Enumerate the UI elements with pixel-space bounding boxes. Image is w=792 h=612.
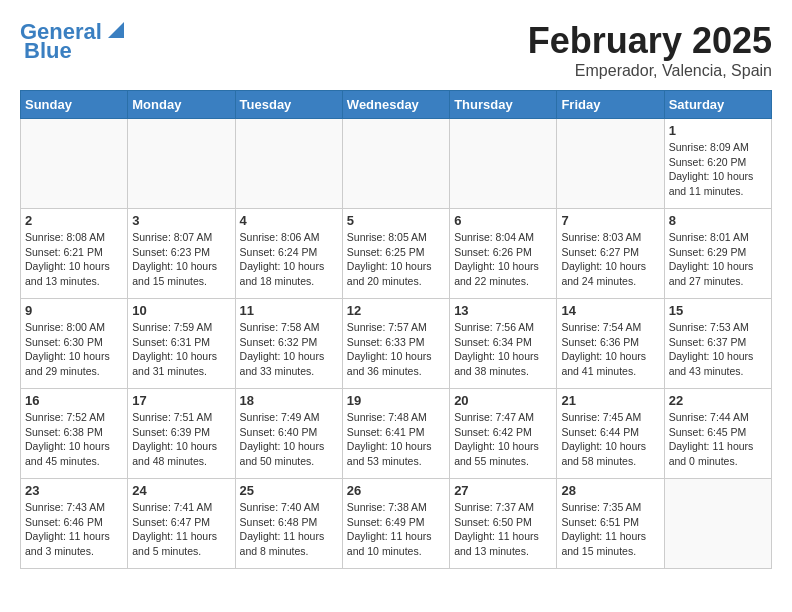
day-info: Sunrise: 7:44 AM Sunset: 6:45 PM Dayligh… — [669, 410, 767, 469]
day-number: 26 — [347, 483, 445, 498]
day-info: Sunrise: 8:03 AM Sunset: 6:27 PM Dayligh… — [561, 230, 659, 289]
calendar-cell: 12Sunrise: 7:57 AM Sunset: 6:33 PM Dayli… — [342, 299, 449, 389]
day-info: Sunrise: 8:07 AM Sunset: 6:23 PM Dayligh… — [132, 230, 230, 289]
day-number: 18 — [240, 393, 338, 408]
day-number: 5 — [347, 213, 445, 228]
weekday-header-row: SundayMondayTuesdayWednesdayThursdayFrid… — [21, 91, 772, 119]
calendar-cell: 10Sunrise: 7:59 AM Sunset: 6:31 PM Dayli… — [128, 299, 235, 389]
day-number: 7 — [561, 213, 659, 228]
weekday-header-wednesday: Wednesday — [342, 91, 449, 119]
calendar-cell: 21Sunrise: 7:45 AM Sunset: 6:44 PM Dayli… — [557, 389, 664, 479]
day-number: 15 — [669, 303, 767, 318]
calendar-cell: 6Sunrise: 8:04 AM Sunset: 6:26 PM Daylig… — [450, 209, 557, 299]
calendar-cell: 13Sunrise: 7:56 AM Sunset: 6:34 PM Dayli… — [450, 299, 557, 389]
calendar-cell: 8Sunrise: 8:01 AM Sunset: 6:29 PM Daylig… — [664, 209, 771, 299]
day-info: Sunrise: 7:53 AM Sunset: 6:37 PM Dayligh… — [669, 320, 767, 379]
svg-marker-0 — [108, 22, 124, 38]
calendar-table: SundayMondayTuesdayWednesdayThursdayFrid… — [20, 90, 772, 569]
day-info: Sunrise: 8:06 AM Sunset: 6:24 PM Dayligh… — [240, 230, 338, 289]
day-info: Sunrise: 8:05 AM Sunset: 6:25 PM Dayligh… — [347, 230, 445, 289]
calendar-cell: 25Sunrise: 7:40 AM Sunset: 6:48 PM Dayli… — [235, 479, 342, 569]
calendar-cell: 4Sunrise: 8:06 AM Sunset: 6:24 PM Daylig… — [235, 209, 342, 299]
day-info: Sunrise: 7:57 AM Sunset: 6:33 PM Dayligh… — [347, 320, 445, 379]
day-info: Sunrise: 7:40 AM Sunset: 6:48 PM Dayligh… — [240, 500, 338, 559]
day-number: 28 — [561, 483, 659, 498]
calendar-cell — [664, 479, 771, 569]
day-number: 16 — [25, 393, 123, 408]
day-info: Sunrise: 8:00 AM Sunset: 6:30 PM Dayligh… — [25, 320, 123, 379]
day-info: Sunrise: 8:09 AM Sunset: 6:20 PM Dayligh… — [669, 140, 767, 199]
calendar-header: SundayMondayTuesdayWednesdayThursdayFrid… — [21, 91, 772, 119]
calendar-cell — [557, 119, 664, 209]
day-info: Sunrise: 7:59 AM Sunset: 6:31 PM Dayligh… — [132, 320, 230, 379]
calendar-cell — [235, 119, 342, 209]
calendar-cell: 1Sunrise: 8:09 AM Sunset: 6:20 PM Daylig… — [664, 119, 771, 209]
day-number: 11 — [240, 303, 338, 318]
calendar-cell: 22Sunrise: 7:44 AM Sunset: 6:45 PM Dayli… — [664, 389, 771, 479]
weekday-header-sunday: Sunday — [21, 91, 128, 119]
day-info: Sunrise: 8:01 AM Sunset: 6:29 PM Dayligh… — [669, 230, 767, 289]
calendar-cell: 14Sunrise: 7:54 AM Sunset: 6:36 PM Dayli… — [557, 299, 664, 389]
calendar-cell: 11Sunrise: 7:58 AM Sunset: 6:32 PM Dayli… — [235, 299, 342, 389]
calendar-cell: 20Sunrise: 7:47 AM Sunset: 6:42 PM Dayli… — [450, 389, 557, 479]
weekday-header-monday: Monday — [128, 91, 235, 119]
calendar-cell — [21, 119, 128, 209]
calendar-week-1: 2Sunrise: 8:08 AM Sunset: 6:21 PM Daylig… — [21, 209, 772, 299]
day-number: 22 — [669, 393, 767, 408]
calendar-cell — [128, 119, 235, 209]
calendar-week-4: 23Sunrise: 7:43 AM Sunset: 6:46 PM Dayli… — [21, 479, 772, 569]
calendar-cell: 28Sunrise: 7:35 AM Sunset: 6:51 PM Dayli… — [557, 479, 664, 569]
day-number: 27 — [454, 483, 552, 498]
day-info: Sunrise: 7:43 AM Sunset: 6:46 PM Dayligh… — [25, 500, 123, 559]
day-number: 23 — [25, 483, 123, 498]
day-number: 14 — [561, 303, 659, 318]
calendar-cell: 5Sunrise: 8:05 AM Sunset: 6:25 PM Daylig… — [342, 209, 449, 299]
calendar-cell: 17Sunrise: 7:51 AM Sunset: 6:39 PM Dayli… — [128, 389, 235, 479]
location: Emperador, Valencia, Spain — [528, 62, 772, 80]
page-header: General Blue February 2025 Emperador, Va… — [20, 20, 772, 80]
day-info: Sunrise: 7:52 AM Sunset: 6:38 PM Dayligh… — [25, 410, 123, 469]
calendar-body: 1Sunrise: 8:09 AM Sunset: 6:20 PM Daylig… — [21, 119, 772, 569]
calendar-cell: 7Sunrise: 8:03 AM Sunset: 6:27 PM Daylig… — [557, 209, 664, 299]
day-number: 2 — [25, 213, 123, 228]
calendar-cell — [342, 119, 449, 209]
day-number: 25 — [240, 483, 338, 498]
logo-blue-text: Blue — [24, 38, 72, 63]
day-info: Sunrise: 7:47 AM Sunset: 6:42 PM Dayligh… — [454, 410, 552, 469]
day-info: Sunrise: 7:48 AM Sunset: 6:41 PM Dayligh… — [347, 410, 445, 469]
logo: General Blue — [20, 20, 124, 62]
day-number: 6 — [454, 213, 552, 228]
day-info: Sunrise: 7:51 AM Sunset: 6:39 PM Dayligh… — [132, 410, 230, 469]
day-info: Sunrise: 7:37 AM Sunset: 6:50 PM Dayligh… — [454, 500, 552, 559]
day-info: Sunrise: 8:04 AM Sunset: 6:26 PM Dayligh… — [454, 230, 552, 289]
calendar-cell: 24Sunrise: 7:41 AM Sunset: 6:47 PM Dayli… — [128, 479, 235, 569]
day-number: 4 — [240, 213, 338, 228]
day-number: 19 — [347, 393, 445, 408]
calendar-cell: 2Sunrise: 8:08 AM Sunset: 6:21 PM Daylig… — [21, 209, 128, 299]
calendar-cell: 19Sunrise: 7:48 AM Sunset: 6:41 PM Dayli… — [342, 389, 449, 479]
weekday-header-thursday: Thursday — [450, 91, 557, 119]
day-info: Sunrise: 7:38 AM Sunset: 6:49 PM Dayligh… — [347, 500, 445, 559]
calendar-cell: 16Sunrise: 7:52 AM Sunset: 6:38 PM Dayli… — [21, 389, 128, 479]
day-info: Sunrise: 7:45 AM Sunset: 6:44 PM Dayligh… — [561, 410, 659, 469]
day-number: 1 — [669, 123, 767, 138]
day-number: 24 — [132, 483, 230, 498]
day-number: 8 — [669, 213, 767, 228]
calendar-cell: 15Sunrise: 7:53 AM Sunset: 6:37 PM Dayli… — [664, 299, 771, 389]
calendar-cell: 26Sunrise: 7:38 AM Sunset: 6:49 PM Dayli… — [342, 479, 449, 569]
weekday-header-friday: Friday — [557, 91, 664, 119]
day-number: 9 — [25, 303, 123, 318]
day-number: 17 — [132, 393, 230, 408]
calendar-cell: 27Sunrise: 7:37 AM Sunset: 6:50 PM Dayli… — [450, 479, 557, 569]
day-info: Sunrise: 7:35 AM Sunset: 6:51 PM Dayligh… — [561, 500, 659, 559]
calendar-week-3: 16Sunrise: 7:52 AM Sunset: 6:38 PM Dayli… — [21, 389, 772, 479]
day-number: 13 — [454, 303, 552, 318]
day-info: Sunrise: 7:56 AM Sunset: 6:34 PM Dayligh… — [454, 320, 552, 379]
month-title: February 2025 — [528, 20, 772, 62]
calendar-week-0: 1Sunrise: 8:09 AM Sunset: 6:20 PM Daylig… — [21, 119, 772, 209]
day-number: 21 — [561, 393, 659, 408]
calendar-cell: 23Sunrise: 7:43 AM Sunset: 6:46 PM Dayli… — [21, 479, 128, 569]
calendar-cell: 18Sunrise: 7:49 AM Sunset: 6:40 PM Dayli… — [235, 389, 342, 479]
title-block: February 2025 Emperador, Valencia, Spain — [528, 20, 772, 80]
day-number: 10 — [132, 303, 230, 318]
